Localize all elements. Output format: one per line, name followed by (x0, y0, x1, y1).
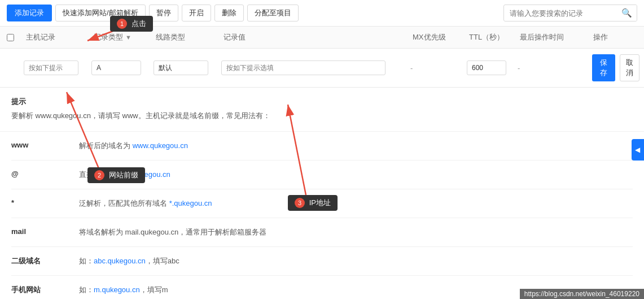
search-input[interactable] (504, 6, 617, 20)
record-value-input[interactable] (221, 60, 385, 75)
example-rows: www 解析后的域名为 www.qukegou.cn @ 直接解析主域名 quk… (0, 132, 644, 299)
col-ttl: TTL（秒） (463, 32, 514, 42)
add-row-host-cell (20, 60, 88, 75)
col-host: 主机记录 (20, 32, 88, 42)
add-record-button[interactable]: 添加记录 (7, 5, 52, 21)
example-link-subdomain[interactable]: abc.qukegou.cn (94, 257, 146, 265)
delete-button[interactable]: 删除 (214, 5, 244, 21)
header-checkbox-cell (0, 32, 20, 42)
example-row-at: @ 直接解析主域名 qukegou.cn (11, 161, 633, 189)
col-action: 操作 (588, 32, 644, 42)
example-label-wildcard: * (11, 197, 79, 207)
tips-title: 提示 (11, 97, 633, 107)
add-row-last-op-cell: - (514, 64, 588, 72)
line-type-input[interactable] (154, 60, 208, 75)
select-all-checkbox[interactable] (7, 34, 14, 41)
add-row-record-value-cell (218, 60, 407, 75)
record-type-input[interactable] (91, 60, 141, 75)
example-label-mail: mail (11, 226, 79, 236)
host-record-input[interactable] (24, 60, 78, 75)
example-link-at[interactable]: qukegou.cn (133, 170, 170, 179)
example-label-www: www (11, 140, 79, 149)
example-desc-mail: 将域名解析为 mail.qukegou.cn，通常用于解析邮箱服务器 (79, 226, 633, 239)
quick-add-button[interactable]: 快速添加网站/邮箱解析 (55, 5, 146, 21)
col-record-type: 记录类型 ▼ (88, 32, 150, 42)
pause-button[interactable]: 暂停 (149, 5, 178, 21)
record-type-filter-icon[interactable]: ▼ (125, 34, 132, 41)
add-row-line-type-cell (150, 60, 218, 75)
page-wrapper: 添加记录 快速添加网站/邮箱解析 暂停 开启 删除 分配至项目 🔍 主机记录 记… (0, 0, 644, 299)
col-line-type: 线路类型 (150, 32, 218, 42)
example-label-subdomain: 二级域名 (11, 255, 79, 266)
add-row-mx-cell: - (407, 64, 463, 72)
example-desc-subdomain: 如：abc.qukegou.cn，填写abc (79, 255, 633, 267)
example-link-mobile[interactable]: m.qukegou.cn (94, 285, 140, 294)
example-link-wildcard[interactable]: *.qukegou.cn (169, 199, 212, 207)
example-link-www[interactable]: www.qukegou.cn (133, 141, 188, 150)
table-container: 主机记录 记录类型 ▼ 线路类型 记录值 MX优先级 TTL（秒） 最后操作时间… (0, 27, 644, 88)
ttl-input[interactable] (467, 60, 506, 75)
toolbar: 添加记录 快速添加网站/邮箱解析 暂停 开启 删除 分配至项目 🔍 (0, 0, 644, 27)
example-row-mobile: 手机网站 如：m.qukegou.cn，填写m (11, 276, 633, 299)
add-record-row: - - 保存 取消 (0, 49, 644, 88)
enable-button[interactable]: 开启 (182, 5, 211, 21)
add-row-record-type-cell (88, 60, 150, 75)
table-header: 主机记录 记录类型 ▼ 线路类型 记录值 MX优先级 TTL（秒） 最后操作时间… (0, 27, 644, 49)
search-box: 🔍 (503, 5, 637, 21)
example-row-www: www 解析后的域名为 www.qukegou.cn (11, 132, 633, 161)
cancel-button[interactable]: 取消 (620, 54, 639, 81)
example-row-subdomain: 二级域名 如：abc.qukegou.cn，填写abc (11, 247, 633, 276)
example-desc-at: 直接解析主域名 qukegou.cn (79, 168, 633, 181)
example-label-mobile: 手机网站 (11, 284, 79, 295)
example-desc-wildcard: 泛解析，匹配其他所有域名 *.qukegou.cn (79, 197, 633, 210)
example-desc-mobile: 如：m.qukegou.cn，填写m (79, 284, 633, 296)
example-desc-www: 解析后的域名为 www.qukegou.cn (79, 140, 633, 152)
assign-button[interactable]: 分配至项目 (247, 5, 299, 21)
example-row-wildcard: * 泛解析，匹配其他所有域名 *.qukegou.cn (11, 189, 633, 218)
col-mx: MX优先级 (407, 32, 463, 42)
tips-desc: 要解析 www.qukegou.cn，请填写 www。主机记录就是域名前缀，常见… (11, 110, 633, 122)
tips-section: 提示 要解析 www.qukegou.cn，请填写 www。主机记录就是域名前缀… (0, 88, 644, 132)
example-label-at: @ (11, 168, 79, 178)
col-last-op: 最后操作时间 (514, 32, 588, 42)
search-button[interactable]: 🔍 (617, 5, 637, 21)
col-record-value: 记录值 (218, 32, 407, 42)
add-row-ttl-cell (463, 60, 514, 75)
save-button[interactable]: 保存 (592, 54, 615, 81)
add-row-actions: 保存 取消 (588, 54, 644, 81)
example-row-mail: mail 将域名解析为 mail.qukegou.cn，通常用于解析邮箱服务器 (11, 218, 633, 247)
